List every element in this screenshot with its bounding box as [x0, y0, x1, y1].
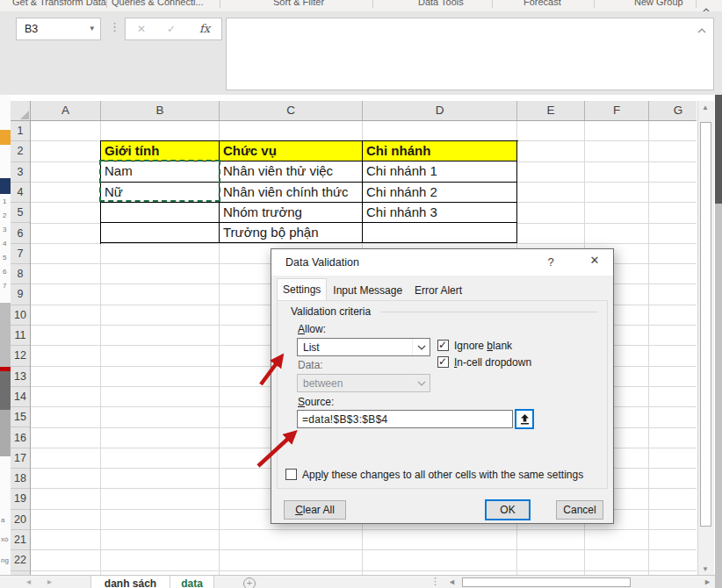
sheet-nav-right-icon[interactable]: ▸: [47, 577, 52, 586]
dialog-titlebar[interactable]: Data Validation ? ✕: [271, 249, 613, 276]
sheet-tab-data[interactable]: data: [170, 576, 214, 588]
add-sheet-icon[interactable]: +: [243, 577, 256, 588]
row-header[interactable]: 16: [11, 428, 30, 448]
scroll-down-icon[interactable]: ▼: [702, 565, 709, 573]
background-window-sliver: eaxònge1234567: [0, 11, 11, 588]
table-cell[interactable]: Chi nhánh 1: [363, 161, 517, 182]
cancel-icon[interactable]: ✕: [137, 23, 146, 35]
sheet-tab-danh-sach[interactable]: danh sách: [90, 576, 170, 588]
row-header[interactable]: 15: [11, 407, 30, 427]
column-header[interactable]: F: [585, 101, 649, 120]
vertical-scrollbar-thumb[interactable]: [700, 122, 711, 527]
row-header[interactable]: 8: [11, 264, 30, 284]
ribbon-separator: [220, 0, 220, 8]
table-cell[interactable]: [101, 223, 220, 243]
row-header[interactable]: 3: [11, 162, 30, 183]
sheet-nav-left-icon[interactable]: ◂: [26, 577, 31, 586]
background-text-fragment: 5: [3, 254, 6, 262]
table-cell[interactable]: Nhân viên chính thức: [220, 183, 363, 203]
row-header[interactable]: 12: [11, 346, 30, 366]
table-header-cell[interactable]: Chức vụ: [220, 141, 363, 161]
column-header[interactable]: G: [649, 101, 697, 120]
excel-window: Get & Transform DataQueries & Connecti..…: [0, 0, 722, 588]
column-header[interactable]: B: [101, 101, 220, 120]
row-header[interactable]: 22: [11, 550, 30, 570]
row-header[interactable]: 4: [11, 183, 30, 203]
allow-dropdown[interactable]: List: [297, 338, 430, 356]
table-cell[interactable]: [363, 223, 517, 243]
dialog-close-icon[interactable]: ✕: [581, 254, 609, 273]
data-dropdown-value: between: [303, 377, 343, 390]
chevron-down-icon[interactable]: [412, 339, 430, 355]
row-header[interactable]: 9: [11, 284, 30, 305]
ribbon-group-label: Sort & Filter: [273, 0, 324, 7]
row-header[interactable]: 20: [11, 510, 30, 530]
ok-button[interactable]: OK: [485, 499, 531, 520]
row-header[interactable]: 6: [11, 224, 30, 244]
chevron-down-icon: [412, 375, 430, 391]
background-text-fragment: ng: [1, 556, 9, 564]
table-cell[interactable]: Trưởng bộ phận: [220, 223, 363, 243]
ribbon-separator: [106, 0, 107, 8]
column-header[interactable]: A: [31, 101, 101, 120]
row-header[interactable]: 5: [11, 203, 30, 223]
enter-icon[interactable]: ✓: [167, 23, 176, 35]
insert-function-icon[interactable]: fx: [199, 22, 210, 35]
in-cell-dropdown-label: In-cell dropdown: [454, 356, 531, 369]
collapse-dialog-button[interactable]: [515, 409, 534, 429]
collapse-formula-bar-icon[interactable]: [697, 24, 706, 36]
table-header-cell[interactable]: Giới tính: [101, 141, 220, 161]
collapse-ribbon-icon[interactable]: [702, 1, 711, 11]
marching-ants-selection: [99, 160, 220, 202]
tab-settings[interactable]: Settings: [277, 278, 327, 301]
row-header[interactable]: 7: [11, 244, 30, 264]
row-header[interactable]: 1: [11, 121, 30, 141]
name-box[interactable]: B3 ▾: [16, 18, 101, 40]
column-header[interactable]: D: [363, 101, 517, 120]
source-input[interactable]: =data!$B$3:$B$4: [297, 410, 513, 428]
tabbar-splitter-icon[interactable]: ⋮: [430, 576, 440, 587]
background-text-fragment: 1: [3, 197, 6, 205]
row-header[interactable]: 19: [11, 489, 30, 509]
formula-bar-input[interactable]: [226, 18, 714, 90]
background-text-fragment: 2: [3, 212, 6, 219]
table-header-cell[interactable]: Chi nhánh: [363, 141, 517, 161]
clear-all-button[interactable]: Clear All: [284, 500, 346, 520]
ribbon-group-label: New Group: [634, 0, 683, 7]
scroll-up-icon[interactable]: ▲: [702, 104, 709, 111]
scroll-left-icon[interactable]: ◄: [448, 577, 456, 586]
ignore-blank-checkbox[interactable]: ✓: [437, 340, 449, 351]
name-box-dropdown-icon[interactable]: ▾: [90, 24, 94, 32]
apply-changes-checkbox[interactable]: [285, 469, 297, 480]
table-cell[interactable]: Nhóm trưởng: [220, 203, 363, 223]
column-header[interactable]: E: [517, 101, 585, 120]
row-header[interactable]: 2: [11, 141, 30, 161]
table-cell[interactable]: Chi nhánh 3: [363, 203, 517, 223]
select-all-corner[interactable]: [11, 101, 31, 121]
formula-bar-splitter-icon[interactable]: ⋮: [109, 20, 120, 33]
table-cell[interactable]: [101, 203, 220, 223]
dialog-help-icon[interactable]: ?: [544, 255, 558, 269]
scroll-right-icon[interactable]: ►: [704, 577, 711, 586]
horizontal-scrollbar-thumb[interactable]: [462, 577, 631, 587]
table-cell[interactable]: Chi nhánh 2: [363, 183, 517, 203]
source-label: Source:: [298, 396, 334, 408]
group-divider: [380, 312, 598, 312]
in-cell-dropdown-checkbox[interactable]: ✓: [437, 356, 449, 368]
row-header[interactable]: 11: [11, 326, 30, 346]
column-header[interactable]: C: [220, 101, 363, 120]
vertical-scrollbar[interactable]: ▲ ▼: [697, 101, 714, 576]
row-header[interactable]: 17: [11, 448, 30, 469]
row-header[interactable]: 18: [11, 469, 30, 489]
tab-page-frame: [277, 300, 608, 489]
validation-criteria-label: Validation criteria: [291, 305, 371, 318]
cancel-button[interactable]: Cancel: [556, 500, 603, 520]
tab-error-alert[interactable]: Error Alert: [408, 281, 468, 301]
table-cell[interactable]: Nhân viên thử việc: [220, 161, 363, 182]
row-header[interactable]: 14: [11, 387, 30, 407]
row-header[interactable]: 13: [11, 367, 30, 387]
row-header[interactable]: 21: [11, 530, 30, 550]
tab-input-message[interactable]: Input Message: [327, 281, 408, 301]
gridline: [648, 121, 649, 575]
row-header[interactable]: 10: [11, 305, 30, 326]
